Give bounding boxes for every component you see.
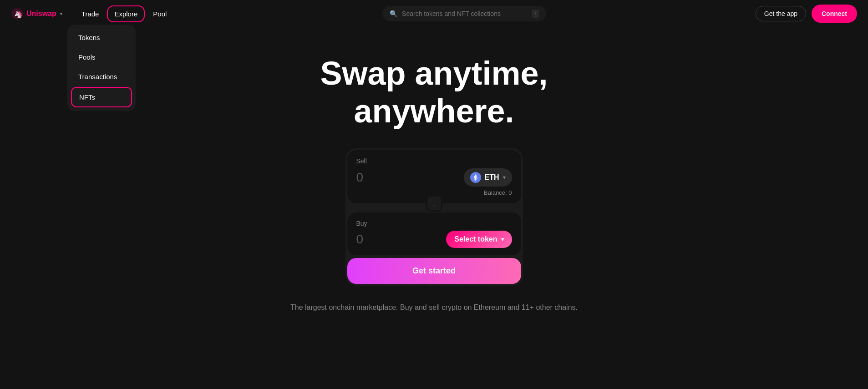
hero-title-line1: Swap anytime, <box>320 55 548 91</box>
explore-dropdown-menu: Tokens Pools Transactions NFTs <box>67 25 136 111</box>
sell-token-selector[interactable]: ETH ▾ <box>464 168 512 187</box>
buy-amount: 0 <box>356 232 364 247</box>
nav-explore[interactable]: Explore <box>107 5 145 22</box>
hero-title: Swap anytime, anywhere. <box>320 55 548 130</box>
nav-trade[interactable]: Trade <box>75 6 106 21</box>
select-token-label: Select token <box>454 235 497 243</box>
select-token-button[interactable]: Select token ▾ <box>446 231 512 248</box>
connect-button[interactable]: Connect <box>812 5 857 23</box>
search-icon: 🔍 <box>390 10 397 17</box>
swap-widget: Sell 0 ETH ▾ <box>345 148 523 286</box>
nav-links: Trade Explore Pool <box>75 5 173 22</box>
svg-text:🦄: 🦄 <box>14 10 23 18</box>
logo-chevron-icon: ▾ <box>60 11 62 16</box>
dropdown-item-nfts[interactable]: NFTs <box>71 87 132 107</box>
buy-section: Buy 0 Select token ▾ <box>347 212 521 255</box>
dropdown-item-transactions[interactable]: Transactions <box>71 67 132 86</box>
get-started-button[interactable]: Get started <box>347 258 521 284</box>
hero-subtitle: The largest onchain marketplace. Buy and… <box>290 302 578 313</box>
dropdown-item-pools[interactable]: Pools <box>71 48 132 66</box>
get-app-button[interactable]: Get the app <box>756 6 806 21</box>
nav-center: 🔍 / <box>173 6 756 21</box>
buy-label: Buy <box>356 220 512 227</box>
sell-token-name: ETH <box>485 173 499 182</box>
search-bar[interactable]: 🔍 / <box>382 6 546 21</box>
search-input[interactable] <box>402 10 528 17</box>
hero-title-line2: anywhere. <box>354 93 514 129</box>
sell-section: Sell 0 ETH ▾ <box>347 150 521 203</box>
sell-row: 0 ETH ▾ <box>356 168 512 187</box>
search-slash: / <box>532 10 539 18</box>
sell-label: Sell <box>356 157 512 165</box>
dropdown-item-tokens[interactable]: Tokens <box>71 28 132 47</box>
uniswap-logo-icon: 🦄 <box>11 7 24 20</box>
buy-row: 0 Select token ▾ <box>356 231 512 248</box>
eth-logo-icon <box>472 173 480 182</box>
swap-arrow-icon: ↓ <box>432 200 436 207</box>
nav-actions: Get the app Connect <box>756 5 857 23</box>
swap-direction-button[interactable]: ↓ <box>426 195 442 212</box>
logo[interactable]: 🦄 Uniswap ▾ <box>11 7 62 20</box>
nav-pool[interactable]: Pool <box>147 6 173 21</box>
logo-text: Uniswap <box>26 10 56 18</box>
navbar: 🦄 Uniswap ▾ Trade Explore Pool 🔍 / Get t… <box>0 0 868 27</box>
select-token-chevron-icon: ▾ <box>501 236 504 242</box>
sell-token-chevron-icon: ▾ <box>503 174 506 181</box>
sell-amount: 0 <box>356 170 364 185</box>
eth-icon <box>470 172 481 183</box>
